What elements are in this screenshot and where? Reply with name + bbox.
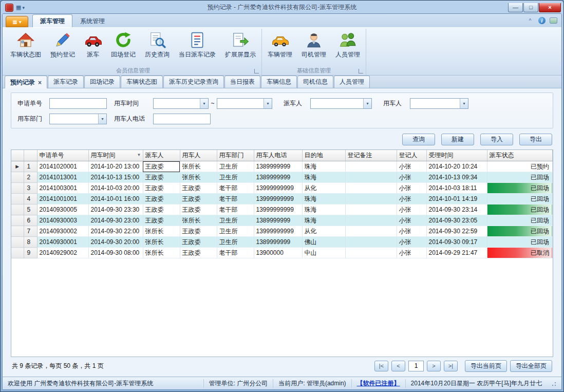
doc-tab-3[interactable]: 回场记录 (84, 76, 120, 88)
grid-cell[interactable]: 2014-09-30 08:00 (88, 248, 143, 258)
quick-access-dropdown-icon[interactable]: ▾ (22, 5, 25, 10)
grid-cell[interactable]: 张所长 (143, 237, 180, 248)
grid-cell[interactable]: 2014-09-29 21:47 (426, 248, 487, 258)
grid-cell[interactable]: 20141003001 (37, 183, 88, 194)
row-number-cell[interactable]: 3 (24, 183, 37, 194)
grid-cell[interactable]: 2014-10-13 09:34 (426, 172, 487, 183)
ribbon-button[interactable]: 派车 (80, 29, 106, 66)
row-number-cell[interactable]: 9 (24, 248, 37, 258)
import-button[interactable]: 导入 (480, 134, 513, 145)
status-cell[interactable]: 已回场 (487, 172, 553, 183)
ribbon-tab-2[interactable]: 系统管理 (72, 14, 112, 27)
grid-cell[interactable] (345, 215, 397, 226)
ribbon-button[interactable]: 当日派车记录 (175, 29, 220, 66)
grid-cell[interactable]: 13999999999 (254, 226, 302, 237)
grid-cell[interactable]: 20140930003 (37, 215, 88, 226)
grid-cell[interactable]: 老干部 (217, 204, 254, 215)
query-button[interactable]: 查询 (402, 134, 435, 145)
status-cell[interactable]: 已回场 (487, 237, 553, 248)
ribbon-tab-1[interactable]: 派车管理 (32, 14, 72, 27)
grid-cell[interactable]: 珠海 (302, 172, 345, 183)
export-current-page-button[interactable]: 导出当前页 (465, 360, 507, 372)
grid-cell[interactable]: 小张 (397, 248, 426, 258)
grid-cell[interactable]: 卫生所 (217, 215, 254, 226)
grid-cell[interactable]: 王政委 (143, 183, 180, 194)
last-page-button[interactable]: >| (444, 361, 458, 371)
grid-cell[interactable]: 2014-09-30 22:00 (88, 226, 143, 237)
grid-cell[interactable]: 13999999999 (254, 194, 302, 204)
dispatcher-dropdown-icon[interactable]: ▾ (363, 99, 371, 108)
app-menu-button[interactable]: ▦ ▾ (6, 16, 28, 27)
ribbon-button[interactable]: 司机管理 (297, 29, 330, 66)
grid-cell[interactable]: 卫生所 (217, 172, 254, 183)
grid-cell[interactable]: 2014-09-30 22:59 (426, 226, 487, 237)
new-button[interactable]: 新建 (441, 134, 474, 145)
dialog-launcher-icon[interactable] (254, 69, 259, 73)
grid-cell[interactable]: 王政委 (143, 194, 180, 204)
grid-cell[interactable]: 20140929002 (37, 248, 88, 258)
table-row[interactable]: 8201409300012014-09-30 20:00张所长王政委卫生所138… (11, 237, 553, 248)
department-dropdown-icon[interactable]: ▾ (98, 114, 106, 124)
doc-tab-1[interactable]: 预约记录× (5, 76, 47, 88)
grid-cell[interactable]: 13999999999 (254, 183, 302, 194)
column-header[interactable]: 用车部门 (217, 150, 254, 161)
table-row[interactable]: 3201410030012014-10-03 20:00王政委王政委老干部139… (11, 183, 553, 194)
ribbon-button[interactable]: 车辆管理 (264, 29, 296, 66)
grid-cell[interactable]: 20141013001 (37, 172, 88, 183)
registered-link[interactable]: 【软件已注册】 (351, 379, 405, 388)
grid-cell[interactable]: 2014-10-01 16:00 (88, 194, 143, 204)
grid-cell[interactable]: 20140930002 (37, 226, 88, 237)
grid-cell[interactable] (345, 183, 397, 194)
grid-cell[interactable]: 2014-09-30 20:00 (88, 237, 143, 248)
user-combo[interactable]: ▾ (410, 98, 468, 109)
grid-cell[interactable]: 2014-10-20 10:24 (426, 161, 487, 172)
use-time-to-combo[interactable]: ▾ (217, 98, 272, 109)
grid-cell[interactable]: 卫生所 (217, 161, 254, 172)
grid-cell[interactable]: 王政委 (180, 194, 217, 204)
grid-cell[interactable]: 1389999999 (254, 215, 302, 226)
grid-cell[interactable]: 2014-09-30 23:14 (426, 204, 487, 215)
page-number-input[interactable] (408, 361, 424, 371)
grid-cell[interactable]: 13900000 (254, 248, 302, 258)
grid-cell[interactable]: 王政委 (180, 248, 217, 258)
grid-cell[interactable]: 老干部 (217, 248, 254, 258)
grid-cell[interactable] (345, 194, 397, 204)
table-row[interactable]: 2201410130012014-10-13 15:00王政委张所长卫生所138… (11, 172, 553, 183)
column-header[interactable]: 用车人电话 (254, 150, 302, 161)
grid-cell[interactable]: 珠海 (302, 161, 345, 172)
grid-cell[interactable]: 张所长 (180, 161, 217, 172)
column-header[interactable]: 目的地 (302, 150, 345, 161)
use-time-from-combo[interactable]: ▾ (153, 98, 209, 109)
grid-cell[interactable]: 小张 (397, 172, 426, 183)
grid-cell[interactable]: 珠海 (302, 215, 345, 226)
department-combo[interactable]: ▾ (49, 114, 107, 124)
user-dropdown-icon[interactable]: ▾ (460, 99, 468, 108)
grid-cell[interactable]: 王政委 (180, 204, 217, 215)
grid-cell[interactable]: 卫生所 (217, 226, 254, 237)
row-number-cell[interactable]: 4 (24, 194, 37, 204)
grid-cell[interactable]: 中山 (302, 248, 345, 258)
ribbon-button[interactable]: 预约登记 (46, 29, 79, 66)
grid-cell[interactable] (345, 226, 397, 237)
export-all-pages-button[interactable]: 导出全部页 (510, 360, 552, 372)
row-number-cell[interactable]: 1 (24, 161, 37, 172)
status-cell[interactable]: 已回场 (487, 194, 553, 204)
column-header[interactable]: 用车时间▼ (88, 150, 143, 161)
grid-cell[interactable]: 2014-09-30 09:17 (426, 237, 487, 248)
row-number-cell[interactable]: 5 (24, 204, 37, 215)
doc-tab-2[interactable]: 派车记录 (48, 76, 84, 88)
grid-cell[interactable]: 老干部 (217, 183, 254, 194)
grid-cell[interactable]: 小张 (397, 226, 426, 237)
grid-cell[interactable]: 王政委 (143, 172, 180, 183)
resize-grip-icon[interactable] (550, 380, 556, 386)
grid-cell[interactable]: 1389999999 (254, 161, 302, 172)
grid-cell[interactable] (345, 161, 397, 172)
grid-cell[interactable] (345, 237, 397, 248)
grid-cell[interactable]: 1389999999 (254, 172, 302, 183)
dialog-launcher-icon[interactable] (359, 69, 363, 73)
grid-cell[interactable]: 从化 (302, 226, 345, 237)
table-row[interactable]: 6201409300032014-09-30 23:00王政委张所长卫生所138… (11, 215, 553, 226)
export-button[interactable]: 导出 (519, 134, 552, 145)
grid-cell[interactable]: 20141020001 (37, 161, 88, 172)
column-header[interactable]: 登记备注 (345, 150, 397, 161)
